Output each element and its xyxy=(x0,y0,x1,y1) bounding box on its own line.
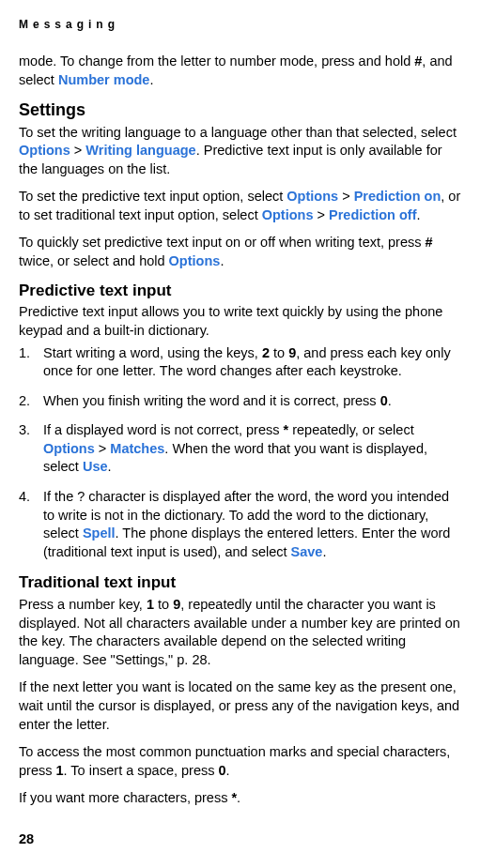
link-options[interactable]: Options xyxy=(43,441,95,456)
link-use[interactable]: Use xyxy=(83,459,108,474)
link-writing-language[interactable]: Writing language xyxy=(85,143,195,158)
link-save[interactable]: Save xyxy=(291,544,323,559)
text-segment: to xyxy=(270,345,288,360)
text-segment: To set the writing language to a languag… xyxy=(19,125,457,140)
heading-settings: Settings xyxy=(19,99,461,121)
text-segment: repeatedly, or select xyxy=(288,422,414,437)
text-segment: to xyxy=(154,597,173,612)
key-1: 1 xyxy=(56,763,64,778)
text-segment: . xyxy=(220,253,224,268)
link-spell[interactable]: Spell xyxy=(83,525,116,541)
key-0: 0 xyxy=(219,763,226,778)
text-segment: twice, or select and hold xyxy=(19,253,169,268)
page-number: 28 xyxy=(19,830,34,849)
key-0: 0 xyxy=(380,393,388,408)
list-item: If the ? character is displayed after th… xyxy=(19,488,461,561)
text-segment: . xyxy=(149,72,153,87)
list-item: If a displayed word is not correct, pres… xyxy=(19,421,461,477)
predictive-intro: Predictive text input allows you to writ… xyxy=(19,303,461,340)
key-hash: # xyxy=(426,235,433,250)
key-2: 2 xyxy=(262,345,270,360)
list-item: When you finish writing the word and it … xyxy=(19,392,461,411)
text-segment: To quickly set predictive text input on … xyxy=(19,235,426,250)
text-segment: If a displayed word is not correct, pres… xyxy=(43,422,283,437)
text-segment: mode. To change from the letter to numbe… xyxy=(19,53,414,69)
predictive-steps: Start writing a word, using the keys, 2 … xyxy=(19,344,461,562)
link-prediction-on[interactable]: Prediction on xyxy=(354,189,441,204)
traditional-p2: If the next letter you want is located o… xyxy=(19,678,461,734)
settings-p2: To set the predictive text input option,… xyxy=(19,188,461,224)
text-segment: > xyxy=(314,207,330,222)
text-segment: If you want more characters, press xyxy=(19,790,231,805)
settings-p3: To quickly set predictive text input on … xyxy=(19,234,461,270)
traditional-p1: Press a number key, 1 to 9, repeatedly u… xyxy=(19,596,461,669)
page-header: Messaging xyxy=(19,17,461,32)
text-segment: . xyxy=(388,393,392,408)
text-segment: . xyxy=(226,763,230,778)
text-segment: > xyxy=(338,189,354,204)
text-segment: . xyxy=(322,544,326,559)
traditional-p3: To access the most common punctuation ma… xyxy=(19,743,461,780)
text-segment: Press a number key, xyxy=(19,597,147,612)
text-segment: > xyxy=(70,143,86,158)
heading-predictive: Predictive text input xyxy=(19,281,461,302)
text-segment: To set the predictive text input option,… xyxy=(19,189,286,204)
link-number-mode[interactable]: Number mode xyxy=(58,72,150,87)
link-prediction-off[interactable]: Prediction off xyxy=(329,207,416,222)
traditional-p4: If you want more characters, press *. xyxy=(19,789,461,808)
link-options[interactable]: Options xyxy=(262,207,314,222)
text-segment: Start writing a word, using the keys, xyxy=(43,345,262,360)
text-segment: . xyxy=(237,790,240,805)
text-segment: . xyxy=(417,207,421,222)
text-segment: When you finish writing the word and it … xyxy=(43,393,380,408)
link-options[interactable]: Options xyxy=(19,143,70,158)
text-segment: > xyxy=(95,441,111,456)
page-content: mode. To change from the letter to numbe… xyxy=(19,53,461,864)
text-segment: . To insert a space, press xyxy=(64,763,219,778)
link-options[interactable]: Options xyxy=(169,253,221,268)
settings-p1: To set the writing language to a languag… xyxy=(19,124,461,179)
key-1: 1 xyxy=(147,597,154,612)
link-options[interactable]: Options xyxy=(286,189,338,204)
key-9: 9 xyxy=(288,345,296,360)
list-item: Start writing a word, using the keys, 2 … xyxy=(19,344,461,381)
intro-paragraph: mode. To change from the letter to numbe… xyxy=(19,53,461,89)
link-matches[interactable]: Matches xyxy=(110,441,164,456)
heading-traditional: Traditional text input xyxy=(19,572,461,594)
text-segment: . xyxy=(108,459,112,474)
